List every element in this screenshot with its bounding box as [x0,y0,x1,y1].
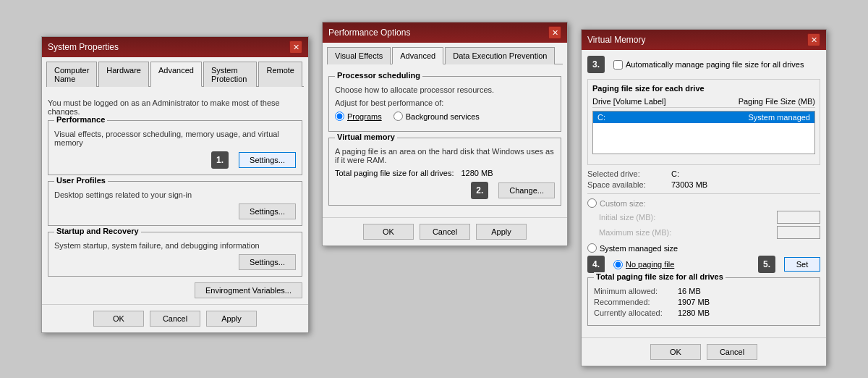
startup-recovery-label: Startup and Recovery [54,227,141,235]
performance-description: Visual effects, processor scheduling, me… [54,130,296,147]
tab-dep[interactable]: Data Execution Prevention [445,47,555,64]
cancel-button[interactable]: Cancel [150,311,200,327]
user-profiles-label: User Profiles [54,176,108,185]
radio-no-paging-file[interactable]: No paging file [613,260,674,269]
tab-computer-name[interactable]: Computer Name [46,62,97,87]
step-badge-2: 2. [471,182,488,199]
selected-drive-value: C: [671,169,679,178]
performance-group: Performance Visual effects, processor sc… [48,120,302,175]
auto-manage-label: Automatically manage paging file size fo… [626,60,804,69]
currently-label: Currently allocated: [594,308,673,317]
vm-ok-button[interactable]: OK [650,344,701,360]
maximum-size-label: Maximum size (MB): [599,228,671,237]
radio-programs-label: Programs [347,112,382,121]
recommended-value: 1907 MB [678,298,710,306]
radio-custom-input[interactable] [587,198,597,208]
perf-ok-button[interactable]: OK [363,224,414,240]
currently-value: 1280 MB [678,308,710,317]
radio-system-managed-input[interactable] [587,243,597,253]
drive-name: C: [597,113,605,122]
radio-no-paging-input[interactable] [613,260,623,269]
selected-drive-label: Selected drive: [587,169,667,178]
vm-cancel-button[interactable]: Cancel [707,344,757,360]
perf-cancel-button[interactable]: Cancel [420,224,470,240]
recommended-label: Recommended: [594,298,673,306]
processor-radio-group: Programs Background services [335,112,555,121]
step-badge-1: 1. [211,151,229,169]
tab-visual-effects[interactable]: Visual Effects [327,47,391,64]
env-variables-button[interactable]: Envirogment Variables... [195,282,302,298]
minimum-value: 16 MB [678,287,701,295]
total-paging-value: 1280 MB [461,169,493,177]
startup-recovery-description: System startup, system failure, and debu… [54,241,296,250]
total-paging-label: Total paging file size for all drives: [335,169,454,177]
drive-value: System managed [748,113,810,122]
startup-recovery-group: Startup and Recovery System startup, sys… [48,232,302,277]
tab-hardware[interactable]: Hardware [98,62,149,87]
performance-options-dialog: Performance Options ✕ Visual Effects Adv… [322,22,568,246]
system-properties-titlebar: System Properties ✕ [42,37,308,57]
radio-background-input[interactable] [393,112,403,121]
processor-scheduling-label: Processor scheduling [335,71,422,80]
initial-size-label: Initial size (MB): [599,213,655,222]
radio-background[interactable]: Background services [393,112,480,121]
performance-options-title: Performance Options [328,28,410,38]
close-icon[interactable]: ✕ [289,41,302,54]
radio-programs-input[interactable] [335,112,344,121]
virtual-memory-titlebar: Virtual Memory ✕ [582,30,826,50]
drive-col1: Drive [Volume Label] [592,97,666,106]
recommended-row: Recommended: 1907 MB [594,298,814,306]
virtual-memory-content: 3. Automatically manage paging file size… [582,50,826,337]
virtual-memory-label: Virtual memory [335,133,397,141]
virtual-memory-group: Virtual memory A paging file is an area … [328,138,561,206]
radio-background-label: Background services [406,112,480,121]
initial-size-input[interactable] [777,211,820,224]
system-properties-footer: OK Cancel Apply [42,304,308,332]
tab-system-protection[interactable]: System Protection [203,62,258,87]
paging-section: Paging file size for each drive Drive [V… [587,79,820,165]
drive-header: Drive [Volume Label] Paging File Size (M… [592,96,815,108]
total-paging-group: Total paging file size for all drives Mi… [587,277,820,326]
step-badge-4: 4. [587,256,605,273]
currently-row: Currently allocated: 1280 MB [594,308,814,317]
virtual-memory-footer: OK Cancel [582,337,826,366]
user-profiles-description: Desktop settings related to your sign-in [54,190,296,199]
selected-drive-row: Selected drive: C: [587,169,820,178]
adjust-label: Adjust for best performance of: [335,98,555,107]
performance-options-titlebar: Performance Options ✕ [323,22,567,43]
system-properties-tabs: Computer Name Hardware Advanced System P… [46,62,304,87]
step-badge-5: 5. [758,256,775,273]
close-icon[interactable]: ✕ [548,26,561,39]
set-button[interactable]: Set [784,257,820,272]
radio-custom-size[interactable]: Custom size: [587,198,646,208]
change-button[interactable]: Change... [498,182,555,198]
space-available-row: Space available: 73003 MB [587,180,820,189]
step-badge-3: 3. [587,56,605,73]
paging-section-title: Paging file size for each drive [592,84,815,93]
performance-options-content: Processor scheduling Choose how to alloc… [323,70,567,217]
admin-note: You must be logged on as an Administrato… [48,98,302,116]
maximum-size-input[interactable] [777,226,820,239]
performance-label: Performance [54,115,107,124]
radio-system-managed[interactable]: System managed size [587,243,820,253]
performance-settings-button[interactable]: Settings... [239,152,296,168]
startup-recovery-settings-button[interactable]: Settings... [239,254,296,270]
virtual-memory-description: A paging file is an area on the hard dis… [335,147,555,164]
space-available-value: 73003 MB [671,180,707,189]
virtual-memory-dialog: Virtual Memory ✕ 3. Automatically manage… [581,29,827,366]
perf-apply-button[interactable]: Apply [476,224,527,240]
apply-button[interactable]: Apply [206,311,257,327]
auto-manage-checkbox-item[interactable]: Automatically manage paging file size fo… [613,60,804,70]
user-profiles-group: User Profiles Desktop settings related t… [48,181,302,226]
drive-row-c[interactable]: C: System managed [593,112,814,123]
close-icon[interactable]: ✕ [807,33,820,46]
tab-advanced-perf[interactable]: Advanced [392,47,443,64]
tab-advanced[interactable]: Advanced [150,62,202,87]
tab-remote[interactable]: Remote [258,62,302,87]
radio-programs[interactable]: Programs [335,112,382,121]
minimum-label: Minimum allowed: [594,287,673,295]
no-paging-label: No paging file [626,260,674,269]
user-profiles-settings-button[interactable]: Settings... [239,203,296,219]
ok-button[interactable]: OK [93,311,144,327]
auto-manage-checkbox[interactable] [613,60,623,70]
